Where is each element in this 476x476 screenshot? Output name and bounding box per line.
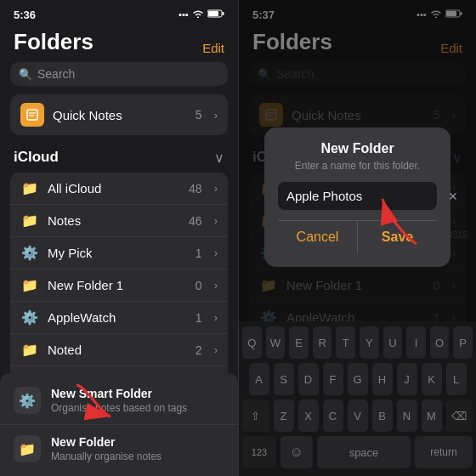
folder-icon-notes: 📁 xyxy=(20,212,39,229)
svg-rect-2 xyxy=(208,11,218,16)
folder-count-applewatch: 1 xyxy=(196,311,202,325)
left-bottom-menu: ⚙️ New Smart Folder Organise notes based… xyxy=(0,373,238,476)
new-folder-title: New Folder xyxy=(51,435,224,449)
folder-name-newfolder1: New Folder 1 xyxy=(48,278,187,292)
folder-icon-newfolder1: 📁 xyxy=(20,277,39,293)
svg-rect-3 xyxy=(27,110,37,120)
quick-notes-label: Quick Notes xyxy=(53,108,187,122)
folder-icon-allicloud: 📁 xyxy=(20,180,39,196)
left-icloud-header: iCloud ∨ xyxy=(0,145,238,169)
dialog-clear-icon[interactable]: ✕ xyxy=(448,190,458,203)
new-folder-text: New Folder Manually organise notes xyxy=(51,435,224,462)
folder-item-allicloud[interactable]: 📁 All iCloud 48 › xyxy=(10,173,228,205)
folder-name-noted: Noted xyxy=(48,343,187,357)
left-red-arrow xyxy=(68,381,119,423)
left-page-title: Folders xyxy=(14,29,94,55)
left-status-icons: ▪▪▪ xyxy=(178,9,224,20)
folder-chevron-noted: › xyxy=(214,343,218,356)
left-header: Folders Edit xyxy=(0,26,238,62)
left-search-placeholder: Search xyxy=(37,67,75,81)
dialog-title: New Folder xyxy=(278,141,437,156)
smart-folder-icon: ⚙️ xyxy=(14,387,41,414)
battery-icon xyxy=(207,9,224,20)
folder-icon-noted: 📁 xyxy=(20,342,39,358)
left-panel: 5:36 ▪▪▪ Folders Edit 🔍 Search xyxy=(0,0,238,476)
quick-notes-icon xyxy=(20,103,44,127)
left-search-icon: 🔍 xyxy=(19,68,32,81)
folder-name-allicloud: All iCloud xyxy=(48,181,180,196)
folder-name-mypick: My Pick xyxy=(48,246,187,260)
left-edit-button[interactable]: Edit xyxy=(202,41,224,55)
left-time: 5:36 xyxy=(14,8,36,21)
right-red-arrow xyxy=(370,189,429,248)
new-folder-icon: 📁 xyxy=(14,435,41,462)
dialog-cancel-button[interactable]: Cancel xyxy=(278,221,358,253)
new-smart-folder-item[interactable]: ⚙️ New Smart Folder Organise notes based… xyxy=(0,377,238,425)
folder-chevron-newfolder1: › xyxy=(214,279,218,292)
dialog-subtitle: Enter a name for this folder. xyxy=(278,160,437,172)
new-folder-subtitle: Manually organise notes xyxy=(51,450,224,462)
left-quick-notes-row[interactable]: Quick Notes 5 › xyxy=(10,94,228,135)
folder-item-notes[interactable]: 📁 Notes 46 › xyxy=(10,205,228,237)
folder-item-applewatch[interactable]: ⚙️ AppleWatch 1 › xyxy=(10,302,228,334)
folder-chevron-notes: › xyxy=(214,214,218,227)
folder-name-applewatch: AppleWatch xyxy=(48,310,187,325)
folder-icon-mypick: ⚙️ xyxy=(20,245,39,261)
folder-count-mypick: 1 xyxy=(196,246,202,260)
quick-notes-chevron: › xyxy=(214,109,218,122)
folder-count-allicloud: 48 xyxy=(189,182,202,196)
folder-icon-applewatch: ⚙️ xyxy=(20,309,39,326)
left-icloud-title: iCloud xyxy=(14,149,59,166)
folder-count-notes: 46 xyxy=(189,214,202,228)
folder-count-noted: 2 xyxy=(196,343,202,357)
folder-name-notes: Notes xyxy=(48,213,180,228)
left-search-bar[interactable]: 🔍 Search xyxy=(10,62,228,86)
folder-item-mypick[interactable]: ⚙️ My Pick 1 › xyxy=(10,237,228,269)
quick-notes-count: 5 xyxy=(196,108,202,122)
left-status-bar: 5:36 ▪▪▪ xyxy=(0,0,238,26)
wifi-icon xyxy=(192,9,204,20)
left-icloud-chevron[interactable]: ∨ xyxy=(214,150,224,166)
folder-chevron-applewatch: › xyxy=(214,311,218,324)
right-panel: 5:37 ▪▪▪ Folders Edit 🔍 Search xyxy=(238,0,476,476)
folder-item-newfolder1[interactable]: 📁 New Folder 1 0 › xyxy=(10,269,228,302)
svg-rect-1 xyxy=(223,12,224,15)
folder-chevron-mypick: › xyxy=(214,246,218,259)
folder-chevron-allicloud: › xyxy=(214,182,218,195)
signal-icon: ▪▪▪ xyxy=(178,9,189,20)
new-folder-item[interactable]: 📁 New Folder Manually organise notes xyxy=(0,425,238,473)
folder-count-newfolder1: 0 xyxy=(196,279,202,292)
folder-item-noted[interactable]: 📁 Noted 2 › xyxy=(10,334,228,366)
